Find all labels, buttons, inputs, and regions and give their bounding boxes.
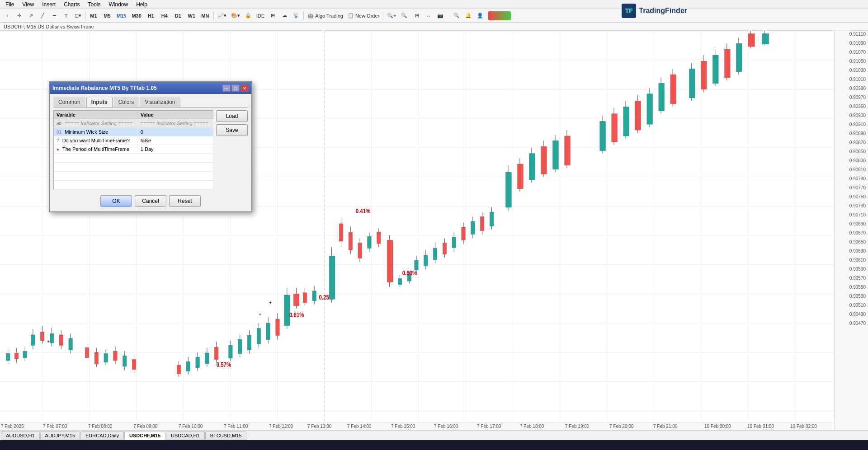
menu-help[interactable]: Help [132, 0, 151, 9]
price-label-14: 0.90850 [849, 149, 866, 154]
time-label-1: 7 Feb 2025 [1, 424, 24, 429]
tab-colors[interactable]: Colors [113, 97, 139, 107]
cancel-btn[interactable]: Cancel [135, 195, 166, 207]
time-label-18: 10 Feb 01:00 [747, 424, 774, 429]
toolbar-zoom-in[interactable]: 🔍+ [385, 10, 398, 21]
svg-rect-87 [293, 294, 299, 305]
menu-charts[interactable]: Charts [60, 0, 83, 9]
user-btn[interactable]: 👤 [475, 10, 486, 21]
tf-h1[interactable]: H1 [145, 11, 157, 21]
mtf-value[interactable]: false [137, 136, 213, 145]
toolbar-sep1 [85, 11, 85, 20]
minimize-btn[interactable]: ─ [222, 84, 231, 92]
svg-rect-169 [748, 33, 755, 46]
svg-rect-137 [529, 154, 535, 180]
toolbar-shapes[interactable]: ◻▾ [72, 10, 83, 21]
price-label-17: 0.90790 [849, 176, 866, 181]
menu-view[interactable]: View [19, 0, 38, 9]
toolbar-hline[interactable]: ━ [49, 10, 60, 21]
time-label-17: 10 Feb 00:00 [704, 424, 731, 429]
tab-eurcad-daily[interactable]: EURCAD,Daily [80, 431, 124, 440]
new-order-btn[interactable]: 📋 New Order [346, 10, 381, 21]
toolbar-crosshair[interactable]: ✛ [14, 10, 24, 21]
modal-body: Common Inputs Colors Visualization Varia… [50, 94, 251, 211]
load-btn[interactable]: Load [216, 110, 248, 122]
tf-m5[interactable]: M5 [101, 11, 113, 21]
tf-h4[interactable]: H4 [158, 11, 171, 21]
svg-rect-129 [481, 217, 484, 231]
wick-variable: 01 Minimum Wick Size [54, 128, 138, 136]
tab-inputs[interactable]: Inputs [86, 97, 113, 107]
toolbar-new[interactable]: + [2, 10, 13, 21]
toolbar-indicators[interactable]: IDE [255, 10, 266, 21]
toolbar-zoom-out[interactable]: 🔍- [399, 10, 411, 21]
tab-usdchf-m15[interactable]: USDCHF,M15 [124, 431, 165, 440]
menu-window[interactable]: Window [105, 0, 132, 9]
svg-rect-125 [462, 227, 465, 240]
toolbar-arrow[interactable]: ↗ [25, 10, 36, 21]
price-label-31: 0.90510 [849, 303, 866, 308]
menu-file[interactable]: File [2, 0, 18, 9]
tab-btcusd-m15[interactable]: BTCUSD,M15 [205, 431, 247, 440]
toolbar-chart-type[interactable]: 📈▾ [216, 10, 228, 21]
svg-rect-106 [377, 232, 381, 244]
svg-rect-58 [123, 356, 127, 366]
time-label-19: 10 Feb 02:00 [790, 424, 817, 429]
tab-audjpy-m15[interactable]: AUDJPY,M15 [40, 431, 80, 440]
svg-rect-98 [339, 224, 343, 241]
reset-btn[interactable]: Reset [169, 195, 201, 207]
price-label-15: 0.90830 [849, 158, 866, 163]
toolbar-grid[interactable]: ⊞ [411, 10, 422, 21]
modal-title: Immediate Rebalance MT5 By TFlab 1.05 [52, 85, 157, 91]
toolbar-signals[interactable]: 📡 [291, 10, 302, 21]
algo-trading-btn[interactable]: 🤖 Algo Trading [306, 10, 345, 21]
tab-common[interactable]: Common [53, 97, 85, 107]
time-label-6: 7 Feb 11:00 [224, 424, 248, 429]
tf-m30[interactable]: M30 [129, 11, 143, 21]
algo-icon: 🤖 [307, 13, 314, 19]
ok-btn[interactable]: OK [100, 195, 132, 207]
svg-text:0.80%: 0.80% [402, 269, 417, 277]
toolbar-line[interactable]: ╱ [37, 10, 48, 21]
toolbar-chart-color[interactable]: 🎨▾ [229, 10, 242, 21]
svg-rect-165 [725, 49, 730, 77]
tab-audusd-h1[interactable]: AUDUSD,H1 [1, 431, 40, 440]
tf-m1[interactable]: M1 [87, 11, 100, 21]
period-value[interactable]: 1 Day [137, 145, 213, 154]
table-row-empty2 [54, 163, 213, 172]
search-btn[interactable]: 🔍 [451, 10, 462, 21]
toolbar-cloud[interactable]: ☁ [279, 10, 290, 21]
toolbar: + ✛ ↗ ╱ ━ T ◻▾ M1 M5 M15 M30 H1 H4 D1 W1… [0, 9, 868, 23]
svg-rect-143 [565, 136, 570, 165]
tab-usdcad-h1[interactable]: USDCAD,H1 [166, 431, 205, 440]
close-btn[interactable]: ✕ [241, 84, 249, 92]
toolbar-lock[interactable]: 🔒 [243, 10, 254, 21]
wick-value[interactable]: 0 [137, 128, 213, 136]
tf-m15[interactable]: M15 [114, 11, 128, 21]
menu-tools[interactable]: Tools [85, 0, 104, 9]
notifications-btn[interactable]: 🔔 [463, 10, 474, 21]
maximize-btn[interactable]: □ [231, 84, 240, 92]
time-label-14: 7 Feb 19:00 [565, 424, 589, 429]
price-label-26: 0.90610 [849, 258, 866, 262]
toolbar-objects[interactable]: ⊞ [267, 10, 278, 21]
price-axis: 0.91110 0.91090 0.91070 0.91050 0.91030 … [834, 31, 868, 431]
toolbar-screenshot[interactable]: 📷 [435, 10, 446, 21]
modal-controls: ─ □ ✕ [222, 84, 249, 92]
svg-rect-36 [14, 353, 18, 359]
price-label-5: 0.91030 [849, 68, 866, 73]
tf-w1[interactable]: W1 [185, 11, 198, 21]
menu-insert[interactable]: Insert [38, 0, 59, 9]
price-label-1: 0.91110 [849, 32, 866, 37]
price-label-8: 0.90970 [849, 95, 866, 100]
toolbar-auto-scroll[interactable]: ↔ [423, 10, 434, 21]
svg-text:+: + [47, 338, 50, 344]
tf-d1[interactable]: D1 [172, 11, 184, 21]
svg-rect-48 [69, 338, 72, 350]
price-label-27: 0.90590 [849, 267, 866, 272]
tf-mn[interactable]: MN [199, 11, 212, 21]
time-axis: 7 Feb 2025 7 Feb 07:00 7 Feb 08:00 7 Feb… [0, 422, 834, 430]
tab-visualization[interactable]: Visualization [140, 97, 180, 107]
save-btn[interactable]: Save [216, 124, 248, 136]
toolbar-text[interactable]: T [61, 10, 71, 21]
